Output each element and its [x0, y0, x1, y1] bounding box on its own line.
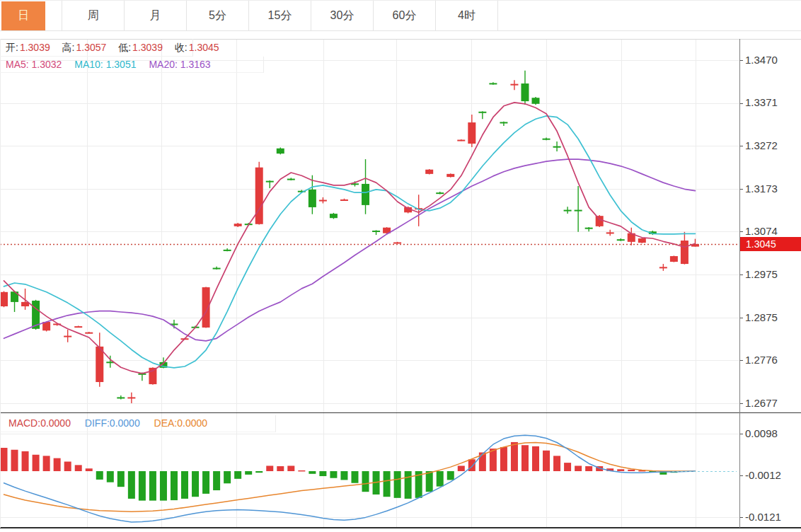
open-label: 开: [6, 42, 18, 53]
last-price-badge: 1.3045 [740, 237, 801, 251]
candlestick-chart-canvas[interactable] [0, 0, 801, 532]
macd-axis-tick-label: 0.0098 [745, 427, 778, 440]
high-value: 1.3057 [76, 42, 107, 53]
ma5-legend: MA5: 1.3032 [6, 59, 62, 70]
y-axis-tick-label: 1.2875 [745, 311, 778, 324]
y-axis-tick-label: 1.3272 [745, 139, 778, 152]
open-value: 1.3039 [20, 42, 50, 53]
y-axis-tick-label: 1.3470 [745, 54, 778, 66]
y-axis-tick-label: 1.3173 [745, 183, 778, 195]
ma10-legend: MA10: 1.3051 [74, 59, 136, 70]
macd-axis-tick-label: -0.0121 [745, 511, 781, 524]
ma20-legend: MA20: 1.3163 [149, 59, 210, 70]
close-value: 1.3045 [189, 42, 219, 53]
y-axis-tick-label: 1.3074 [745, 225, 778, 238]
y-axis-tick-label: 1.2776 [745, 354, 778, 366]
macd-axis-tick-label: -0.0012 [745, 469, 781, 482]
macd-legend: MACD:0.0000 DIFF:0.0000 DEA:0.0000 [8, 417, 207, 429]
y-axis-tick-label: 1.2677 [745, 397, 778, 410]
dea-value-legend: DEA:0.0000 [154, 417, 208, 429]
ohlc-legend: 开:1.3039 高:1.3057 低:1.3039 收:1.3045 [6, 42, 229, 54]
low-label: 低: [118, 42, 131, 53]
macd-value-legend: MACD:0.0000 [8, 417, 71, 429]
y-axis-tick-label: 1.2975 [745, 268, 778, 281]
high-label: 高: [62, 42, 75, 53]
low-value: 1.3039 [132, 42, 163, 53]
ma-legend: MA5: 1.3032 MA10: 1.3051 MA20: 1.3163 [6, 59, 211, 70]
close-label: 收: [175, 42, 188, 53]
y-axis-tick-label: 1.3371 [745, 96, 778, 109]
diff-value-legend: DIFF:0.0000 [85, 417, 140, 429]
